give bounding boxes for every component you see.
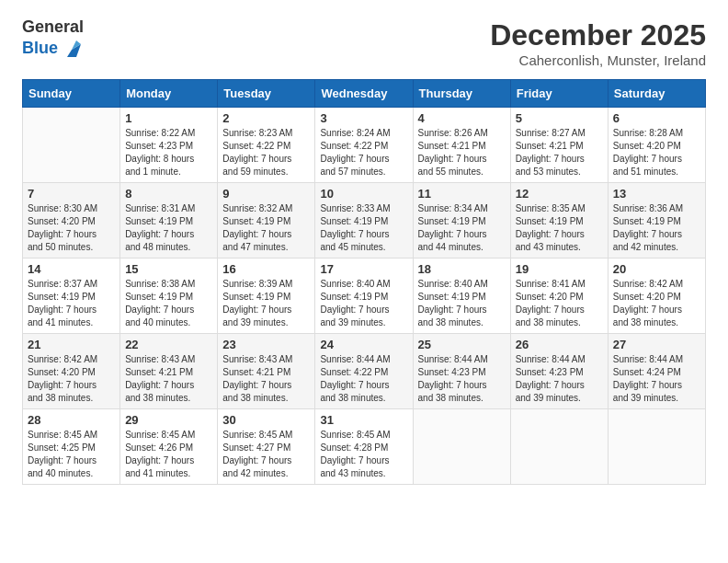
header-cell-wednesday: Wednesday [315,80,413,108]
day-info: Sunrise: 8:44 AMSunset: 4:23 PMDaylight:… [516,353,603,405]
day-number: 28 [28,413,115,427]
day-cell: 23Sunrise: 8:43 AMSunset: 4:21 PMDayligh… [218,334,315,409]
day-info: Sunrise: 8:34 AMSunset: 4:19 PMDaylight:… [418,202,506,254]
logo-text-general: General [22,18,84,37]
day-cell: 29Sunrise: 8:45 AMSunset: 4:26 PMDayligh… [120,409,218,485]
day-number: 17 [320,262,407,276]
day-info: Sunrise: 8:26 AMSunset: 4:21 PMDaylight:… [418,127,506,178]
location-subtitle: Caherconlish, Munster, Ireland [490,52,706,68]
day-cell: 15Sunrise: 8:38 AMSunset: 4:19 PMDayligh… [120,259,218,334]
day-number: 27 [613,338,700,351]
day-cell: 5Sunrise: 8:27 AMSunset: 4:21 PMDaylight… [510,108,608,183]
day-cell: 8Sunrise: 8:31 AMSunset: 4:19 PMDaylight… [120,183,218,259]
title-area: December 2025 Caherconlish, Munster, Ire… [490,18,706,68]
day-number: 3 [320,111,407,125]
day-number: 11 [418,187,506,201]
day-number: 2 [222,111,310,125]
header-cell-sunday: Sunday [23,80,120,108]
week-row-4: 21Sunrise: 8:42 AMSunset: 4:20 PMDayligh… [23,334,706,409]
logo-text-blue: Blue [22,40,58,58]
day-info: Sunrise: 8:38 AMSunset: 4:19 PMDaylight:… [125,278,212,329]
day-info: Sunrise: 8:42 AMSunset: 4:20 PMDaylight:… [28,353,115,405]
day-cell [510,409,608,485]
day-cell: 16Sunrise: 8:39 AMSunset: 4:19 PMDayligh… [218,259,315,334]
day-cell: 11Sunrise: 8:34 AMSunset: 4:19 PMDayligh… [413,183,510,259]
day-info: Sunrise: 8:22 AMSunset: 4:23 PMDaylight:… [125,127,212,178]
day-cell: 27Sunrise: 8:44 AMSunset: 4:24 PMDayligh… [608,334,705,409]
day-cell: 19Sunrise: 8:41 AMSunset: 4:20 PMDayligh… [510,259,608,334]
calendar-table: SundayMondayTuesdayWednesdayThursdayFrid… [22,79,706,485]
day-cell: 22Sunrise: 8:43 AMSunset: 4:21 PMDayligh… [120,334,218,409]
day-number: 12 [516,187,603,201]
day-cell: 17Sunrise: 8:40 AMSunset: 4:19 PMDayligh… [315,259,413,334]
day-info: Sunrise: 8:27 AMSunset: 4:21 PMDaylight:… [516,127,603,178]
day-number: 24 [320,338,407,351]
day-info: Sunrise: 8:44 AMSunset: 4:22 PMDaylight:… [320,353,407,405]
day-info: Sunrise: 8:24 AMSunset: 4:22 PMDaylight:… [320,127,407,178]
day-number: 13 [613,187,700,201]
day-cell: 13Sunrise: 8:36 AMSunset: 4:19 PMDayligh… [608,183,705,259]
header-cell-monday: Monday [120,80,218,108]
day-cell: 25Sunrise: 8:44 AMSunset: 4:23 PMDayligh… [413,334,510,409]
day-info: Sunrise: 8:43 AMSunset: 4:21 PMDaylight:… [125,353,212,405]
day-cell: 18Sunrise: 8:40 AMSunset: 4:19 PMDayligh… [413,259,510,334]
header-cell-friday: Friday [510,80,608,108]
day-cell: 14Sunrise: 8:37 AMSunset: 4:19 PMDayligh… [23,259,120,334]
day-info: Sunrise: 8:45 AMSunset: 4:25 PMDaylight:… [28,429,115,480]
header: General Blue December 2025 Caherconlish,… [22,18,706,68]
week-row-2: 7Sunrise: 8:30 AMSunset: 4:20 PMDaylight… [23,183,706,259]
day-cell: 6Sunrise: 8:28 AMSunset: 4:20 PMDaylight… [608,108,705,183]
header-row: SundayMondayTuesdayWednesdayThursdayFrid… [23,80,706,108]
day-number: 4 [418,111,506,125]
day-cell: 10Sunrise: 8:33 AMSunset: 4:19 PMDayligh… [315,183,413,259]
day-number: 18 [418,262,506,276]
day-number: 1 [125,111,212,125]
day-cell: 31Sunrise: 8:45 AMSunset: 4:28 PMDayligh… [315,409,413,485]
day-number: 16 [222,262,310,276]
day-number: 23 [222,338,310,351]
day-info: Sunrise: 8:31 AMSunset: 4:19 PMDaylight:… [125,202,212,254]
day-cell: 20Sunrise: 8:42 AMSunset: 4:20 PMDayligh… [608,259,705,334]
day-info: Sunrise: 8:30 AMSunset: 4:20 PMDaylight:… [28,202,115,254]
month-title: December 2025 [490,18,706,52]
week-row-3: 14Sunrise: 8:37 AMSunset: 4:19 PMDayligh… [23,259,706,334]
day-cell: 26Sunrise: 8:44 AMSunset: 4:23 PMDayligh… [510,334,608,409]
day-number: 21 [28,338,115,351]
day-number: 30 [222,413,310,427]
day-info: Sunrise: 8:44 AMSunset: 4:24 PMDaylight:… [613,353,700,405]
day-info: Sunrise: 8:28 AMSunset: 4:20 PMDaylight:… [613,127,700,178]
day-info: Sunrise: 8:35 AMSunset: 4:19 PMDaylight:… [516,202,603,254]
day-number: 5 [516,111,603,125]
day-info: Sunrise: 8:32 AMSunset: 4:19 PMDaylight:… [222,202,310,254]
day-number: 14 [28,262,115,276]
day-info: Sunrise: 8:43 AMSunset: 4:21 PMDaylight:… [222,353,310,405]
day-info: Sunrise: 8:37 AMSunset: 4:19 PMDaylight:… [28,278,115,329]
day-info: Sunrise: 8:23 AMSunset: 4:22 PMDaylight:… [222,127,310,178]
day-cell: 21Sunrise: 8:42 AMSunset: 4:20 PMDayligh… [23,334,120,409]
day-cell: 1Sunrise: 8:22 AMSunset: 4:23 PMDaylight… [120,108,218,183]
day-cell: 2Sunrise: 8:23 AMSunset: 4:22 PMDaylight… [218,108,315,183]
day-info: Sunrise: 8:40 AMSunset: 4:19 PMDaylight:… [418,278,506,329]
day-cell [413,409,510,485]
day-info: Sunrise: 8:36 AMSunset: 4:19 PMDaylight:… [613,202,700,254]
day-info: Sunrise: 8:33 AMSunset: 4:19 PMDaylight:… [320,202,407,254]
day-info: Sunrise: 8:40 AMSunset: 4:19 PMDaylight:… [320,278,407,329]
day-number: 20 [613,262,700,276]
day-cell: 3Sunrise: 8:24 AMSunset: 4:22 PMDaylight… [315,108,413,183]
day-cell: 12Sunrise: 8:35 AMSunset: 4:19 PMDayligh… [510,183,608,259]
day-info: Sunrise: 8:45 AMSunset: 4:28 PMDaylight:… [320,429,407,480]
header-cell-saturday: Saturday [608,80,705,108]
day-cell: 4Sunrise: 8:26 AMSunset: 4:21 PMDaylight… [413,108,510,183]
day-info: Sunrise: 8:45 AMSunset: 4:27 PMDaylight:… [222,429,310,480]
day-info: Sunrise: 8:41 AMSunset: 4:20 PMDaylight:… [516,278,603,329]
day-cell: 28Sunrise: 8:45 AMSunset: 4:25 PMDayligh… [23,409,120,485]
day-number: 22 [125,338,212,351]
day-number: 26 [516,338,603,351]
logo: General Blue [22,18,84,61]
header-cell-tuesday: Tuesday [218,80,315,108]
day-info: Sunrise: 8:45 AMSunset: 4:26 PMDaylight:… [125,429,212,480]
day-cell: 9Sunrise: 8:32 AMSunset: 4:19 PMDaylight… [218,183,315,259]
day-cell: 7Sunrise: 8:30 AMSunset: 4:20 PMDaylight… [23,183,120,259]
day-number: 10 [320,187,407,201]
logo-icon [60,37,84,61]
